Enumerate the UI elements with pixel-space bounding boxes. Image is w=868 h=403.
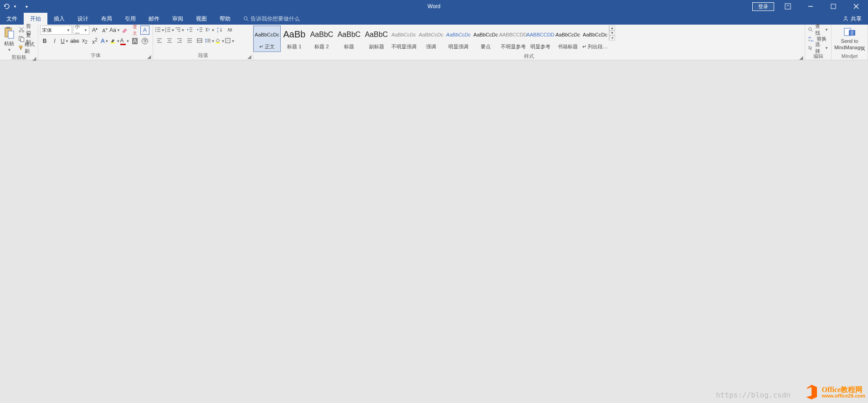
qat-customize-icon[interactable]: ▾ <box>23 3 31 10</box>
change-case-button[interactable]: Aa▼ <box>110 26 119 35</box>
share-button[interactable]: 共享 <box>842 15 868 23</box>
svg-point-22 <box>155 29 156 30</box>
group-label-paragraph: 段落 ◢ <box>153 52 253 60</box>
bullets-button[interactable]: ▼ <box>155 26 164 35</box>
style-item[interactable]: AaBbCcDc↵ 列出段… <box>581 26 609 52</box>
svg-rect-65 <box>216 42 220 43</box>
group-paragraph: ▼ 123▼ ▼ ▼ AZ ▼ ▼ ▼ 段落 ◢ <box>153 25 253 60</box>
sort-button[interactable]: AZ <box>215 26 224 35</box>
italic-button[interactable]: I <box>50 36 59 46</box>
style-item[interactable]: AABBCCDD明显参考 <box>527 26 554 52</box>
font-color-button[interactable]: A▼ <box>120 36 129 46</box>
style-item[interactable]: AaBbCcDc书籍标题 <box>554 26 581 52</box>
align-center-button[interactable] <box>165 36 174 46</box>
collapse-ribbon-button[interactable] <box>860 46 866 54</box>
shading-button[interactable]: ▼ <box>215 36 224 46</box>
style-item[interactable]: AaBbCcDc↵ 正文 <box>253 26 281 52</box>
highlight-button[interactable]: ▼ <box>110 36 119 46</box>
sort-icon: AZ <box>216 26 223 34</box>
character-border-button[interactable]: A <box>140 26 149 35</box>
select-button[interactable]: 选择▼ <box>807 44 829 52</box>
align-right-button[interactable] <box>175 36 184 46</box>
undo-icon[interactable] <box>3 3 10 10</box>
style-item[interactable]: AABBCCDD不明显参考 <box>499 26 527 52</box>
clear-formatting-button[interactable] <box>120 26 129 35</box>
style-item[interactable]: AaBbC标题 <box>335 26 363 52</box>
style-item[interactable]: AaBbCcDc不明显强调 <box>390 26 417 52</box>
asian-layout-button[interactable]: ▼ <box>205 26 214 35</box>
chevron-down-icon: ▼ <box>84 28 87 32</box>
underline-button[interactable]: U▼ <box>60 36 69 46</box>
distribute-button[interactable] <box>195 36 204 46</box>
tab-insert[interactable]: 插入 <box>47 13 71 25</box>
gallery-more-button[interactable]: ▾ <box>609 36 615 41</box>
eraser-icon <box>122 26 128 34</box>
font-size-select[interactable]: 小一 ▼ <box>73 26 89 35</box>
increase-indent-button[interactable] <box>195 26 204 35</box>
format-painter-icon <box>18 44 23 52</box>
character-shading-button[interactable]: A <box>130 36 139 46</box>
text-effects-button[interactable]: A▼ <box>100 36 109 46</box>
style-item[interactable]: AaBbCcDc强调 <box>417 26 445 52</box>
tab-references[interactable]: 引用 <box>118 13 142 25</box>
share-icon <box>842 16 849 22</box>
paste-button[interactable]: 粘贴 ▼ <box>2 26 16 53</box>
phonetic-guide-button[interactable]: 变文 <box>130 26 139 35</box>
select-icon <box>808 44 814 52</box>
style-item[interactable]: AaBbC标题 2 <box>308 26 335 52</box>
style-preview: AABBCCDD <box>526 28 554 41</box>
paragraph-launcher-icon[interactable]: ◢ <box>247 54 252 58</box>
borders-button[interactable]: ▼ <box>225 36 234 46</box>
close-button[interactable] <box>847 2 865 11</box>
style-item[interactable]: AaBbCcDc明显强调 <box>445 26 472 52</box>
format-painter-button[interactable]: 格式刷 <box>17 44 36 52</box>
clipboard-launcher-icon[interactable]: ◢ <box>32 56 36 60</box>
bold-button[interactable]: B <box>40 36 49 46</box>
ribbon-display-options-icon[interactable] <box>779 2 797 11</box>
shrink-font-button[interactable]: A▾ <box>100 26 109 35</box>
tell-me-search[interactable]: 告诉我你想要做什么 <box>243 15 300 23</box>
style-item[interactable]: AaBb标题 1 <box>281 26 308 52</box>
group-label-styles: 样式 ◢ <box>253 53 805 61</box>
font-launcher-icon[interactable]: ◢ <box>147 54 151 58</box>
gallery-down-button[interactable]: ▼ <box>609 31 615 36</box>
office-logo-icon <box>803 384 820 400</box>
style-item[interactable]: AaBbC副标题 <box>363 26 390 52</box>
style-preview: AaBbCcDc <box>391 28 416 41</box>
tab-help[interactable]: 帮助 <box>213 13 237 25</box>
grow-font-button[interactable]: A▴ <box>90 26 99 35</box>
login-button[interactable]: 登录 <box>752 2 774 11</box>
ribbon-tabs: 文件 开始 插入 设计 布局 引用 邮件 审阅 视图 帮助 告诉我你想要做什么 … <box>0 13 868 25</box>
undo-dropdown-icon[interactable]: ▼ <box>13 5 17 9</box>
strikethrough-button[interactable]: abc <box>70 36 79 46</box>
styles-launcher-icon[interactable]: ◢ <box>799 55 803 59</box>
maximize-button[interactable] <box>824 2 842 11</box>
tab-review[interactable]: 审阅 <box>166 13 190 25</box>
copy-icon <box>18 35 25 42</box>
minimize-button[interactable] <box>801 2 820 11</box>
find-button[interactable]: 查找▼ <box>807 26 829 34</box>
tab-file[interactable]: 文件 <box>0 13 24 25</box>
group-label-editing: 编辑 <box>805 53 831 61</box>
tab-layout[interactable]: 布局 <box>95 13 118 25</box>
tab-view[interactable]: 视图 <box>190 13 213 25</box>
gallery-up-button[interactable]: ▲ <box>609 26 615 31</box>
subscript-button[interactable]: x2 <box>80 36 89 46</box>
style-preview: AaBbC <box>338 28 361 41</box>
numbering-button[interactable]: 123▼ <box>165 26 174 35</box>
superscript-button[interactable]: x2 <box>90 36 99 46</box>
font-name-select[interactable]: 宋体 ▼ <box>40 26 72 35</box>
asian-layout-icon <box>205 26 211 34</box>
decrease-indent-button[interactable] <box>185 26 194 35</box>
style-item[interactable]: AaBbCcDc要点 <box>472 26 499 52</box>
align-left-button[interactable] <box>155 36 164 46</box>
line-spacing-button[interactable]: ▼ <box>205 36 214 46</box>
style-preview: AaBbCcDc <box>555 28 580 41</box>
justify-button[interactable] <box>185 36 194 46</box>
enclose-characters-button[interactable]: 字 <box>140 36 149 46</box>
tab-mailings[interactable]: 邮件 <box>142 13 166 25</box>
svg-line-14 <box>20 27 23 31</box>
show-marks-button[interactable] <box>225 26 234 35</box>
ribbon: 粘贴 ▼ 剪切 复制 格式刷 剪贴板 ◢ <box>0 25 868 60</box>
multilevel-list-button[interactable]: ▼ <box>175 26 184 35</box>
